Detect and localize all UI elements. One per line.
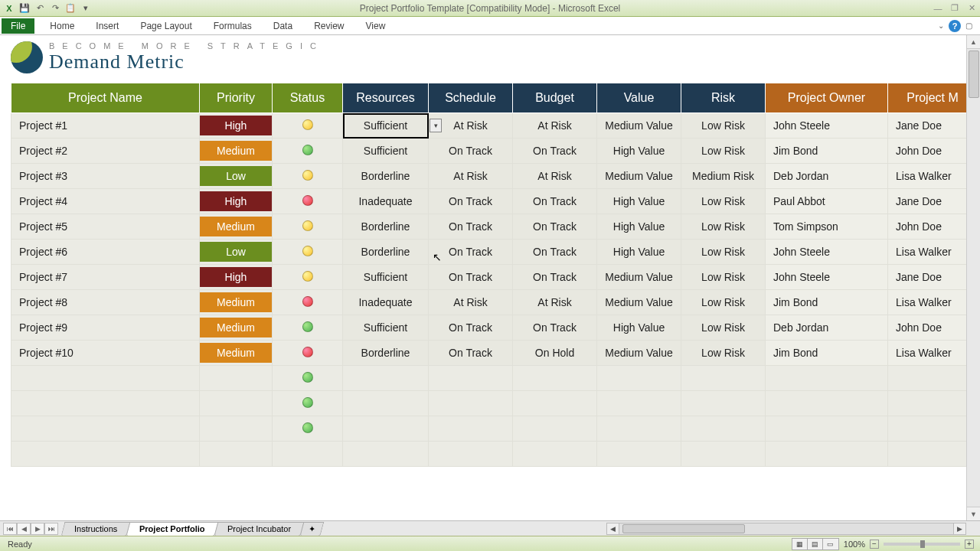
cell-resources[interactable]: Inadequate: [343, 189, 429, 214]
cell-status[interactable]: [273, 416, 343, 442]
th-schedule[interactable]: Schedule: [429, 83, 513, 113]
cell-empty[interactable]: [513, 416, 597, 442]
cell-schedule[interactable]: On Track: [429, 315, 513, 341]
cell-pm[interactable]: Jane Doe: [888, 113, 978, 139]
cell-priority[interactable]: Medium: [200, 290, 273, 315]
scroll-right-icon[interactable]: ▶: [953, 523, 965, 534]
cell-project-name[interactable]: Project #9: [11, 315, 200, 341]
cell-resources[interactable]: Borderline: [343, 214, 429, 240]
cell-resources[interactable]: Borderline: [343, 164, 429, 189]
cell-value[interactable]: Medium Value: [597, 341, 681, 366]
sheet-tab-instructions[interactable]: Instructions: [61, 522, 131, 536]
cell-empty[interactable]: [343, 366, 429, 391]
vertical-scrollbar[interactable]: ▲ ▼: [966, 35, 980, 520]
cell-schedule[interactable]: At Risk: [429, 290, 513, 315]
cell-priority[interactable]: High: [200, 265, 273, 290]
cell-empty[interactable]: [11, 416, 200, 442]
cell-owner[interactable]: Tom Simpson: [766, 214, 888, 240]
cell-empty[interactable]: [429, 442, 513, 467]
cell-value[interactable]: Medium Value: [597, 164, 681, 189]
cell-pm[interactable]: John Doe: [888, 139, 978, 164]
cell-status[interactable]: [273, 265, 343, 290]
cell-status[interactable]: [273, 341, 343, 366]
cell-risk[interactable]: Low Risk: [681, 265, 766, 290]
cell-budget[interactable]: On Track: [513, 189, 597, 214]
tab-view[interactable]: View: [355, 18, 397, 34]
cell-owner[interactable]: John Steele: [766, 113, 888, 139]
chevron-down-icon[interactable]: ⌄: [938, 21, 944, 30]
restore-icon[interactable]: ❐: [949, 3, 960, 14]
cell-budget[interactable]: At Risk: [513, 113, 597, 139]
cell-priority[interactable]: High: [200, 113, 273, 139]
th-priority[interactable]: Priority: [200, 83, 273, 113]
sheet-tab-project-portfolio[interactable]: Project Portfolio: [126, 522, 218, 536]
tab-home[interactable]: Home: [39, 18, 85, 34]
cell-empty[interactable]: [343, 416, 429, 442]
cell-empty[interactable]: [681, 366, 766, 391]
cell-priority[interactable]: High: [200, 189, 273, 214]
cell-empty[interactable]: [273, 442, 343, 467]
cell-project-name[interactable]: Project #7: [11, 265, 200, 290]
cell-empty[interactable]: [681, 416, 766, 442]
cell-budget[interactable]: On Track: [513, 214, 597, 240]
cell-value[interactable]: High Value: [597, 240, 681, 265]
file-tab[interactable]: File: [2, 18, 34, 34]
cell-empty[interactable]: [343, 442, 429, 467]
cell-owner[interactable]: Deb Jordan: [766, 164, 888, 189]
scroll-up-icon[interactable]: ▲: [967, 35, 980, 49]
cell-empty[interactable]: [766, 366, 888, 391]
cell-budget[interactable]: On Track: [513, 315, 597, 341]
cell-priority[interactable]: Medium: [200, 341, 273, 366]
cell-pm[interactable]: Lisa Walker: [888, 240, 978, 265]
th-risk[interactable]: Risk: [681, 83, 766, 113]
cell-value[interactable]: High Value: [597, 189, 681, 214]
cell-project-name[interactable]: Project #2: [11, 139, 200, 164]
cell-value[interactable]: High Value: [597, 214, 681, 240]
cell-value[interactable]: High Value: [597, 139, 681, 164]
zoom-slider[interactable]: [884, 543, 960, 546]
cell-schedule[interactable]: On Track: [429, 240, 513, 265]
vscroll-thumb[interactable]: [969, 51, 979, 98]
cell-pm[interactable]: John Doe: [888, 315, 978, 341]
cell-risk[interactable]: Medium Risk: [681, 164, 766, 189]
cell-priority[interactable]: Medium: [200, 315, 273, 341]
cell-empty[interactable]: [888, 416, 978, 442]
th-project-owner[interactable]: Project Owner: [766, 83, 888, 113]
cell-status[interactable]: [273, 366, 343, 391]
cell-status[interactable]: [273, 164, 343, 189]
cell-budget[interactable]: At Risk: [513, 290, 597, 315]
cell-pm[interactable]: Lisa Walker: [888, 341, 978, 366]
th-project-name[interactable]: Project Name: [11, 83, 200, 113]
cell-value[interactable]: Medium Value: [597, 113, 681, 139]
cell-project-name[interactable]: Project #5: [11, 214, 200, 240]
cell-empty[interactable]: [11, 366, 200, 391]
cell-risk[interactable]: Low Risk: [681, 315, 766, 341]
cell-empty[interactable]: [513, 366, 597, 391]
cell-empty[interactable]: [429, 366, 513, 391]
cell-status[interactable]: [273, 290, 343, 315]
sheet-prev-icon[interactable]: ◀: [17, 523, 31, 535]
tab-data[interactable]: Data: [263, 18, 303, 34]
cell-empty[interactable]: [429, 416, 513, 442]
zoom-out-button[interactable]: −: [870, 540, 879, 549]
cell-empty[interactable]: [888, 442, 978, 467]
cell-pm[interactable]: Jane Doe: [888, 265, 978, 290]
cell-empty[interactable]: [888, 366, 978, 391]
save-icon[interactable]: 💾: [18, 2, 31, 15]
horizontal-scrollbar[interactable]: ◀ ▶: [606, 523, 966, 535]
qat-dropdown-icon[interactable]: ▾: [80, 2, 92, 15]
sheet-next-icon[interactable]: ▶: [31, 523, 44, 535]
th-value[interactable]: Value: [597, 83, 681, 113]
cell-risk[interactable]: Low Risk: [681, 113, 766, 139]
cell-status[interactable]: [273, 391, 343, 416]
cell-empty[interactable]: [597, 366, 681, 391]
cell-schedule[interactable]: On Track: [429, 341, 513, 366]
tab-page-layout[interactable]: Page Layout: [129, 18, 202, 34]
cell-project-name[interactable]: Project #8: [11, 290, 200, 315]
cell-budget[interactable]: On Track: [513, 139, 597, 164]
zoom-level[interactable]: 100%: [844, 540, 865, 549]
cell-project-name[interactable]: Project #10: [11, 341, 200, 366]
zoom-thumb[interactable]: [920, 540, 925, 548]
cell-owner[interactable]: Jim Bond: [766, 139, 888, 164]
cell-status[interactable]: [273, 214, 343, 240]
